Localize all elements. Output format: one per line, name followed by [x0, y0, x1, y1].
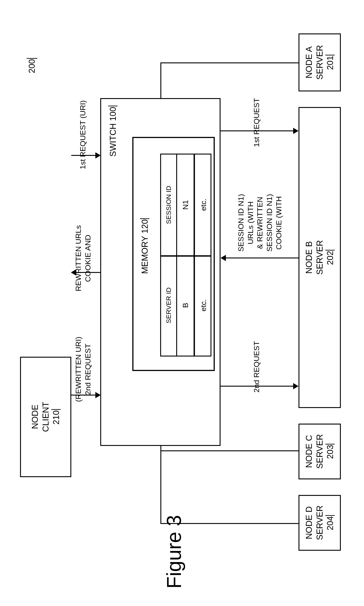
figure-caption: Figure 3 — [163, 515, 186, 589]
server-node-c-box: 203SERVER NODE C — [299, 424, 341, 479]
client-node-box: 210 CLIENT NODE — [20, 357, 71, 477]
server-c-ref: 203 — [325, 444, 335, 459]
server-a-label: 201SERVER NODE A — [304, 45, 336, 80]
switch-title: SWITCH 100 — [108, 106, 118, 158]
cell-server-0: B — [181, 303, 190, 308]
client-ref: 210 — [52, 409, 61, 425]
arrow-r3-head — [293, 383, 299, 389]
arrow-l3-text: 2nd REQUEST (REWRITTEN URI) — [74, 337, 92, 402]
cell-server-1: etc. — [199, 299, 208, 311]
table-data-row-1: etc. etc. — [196, 155, 210, 356]
arrow-l1-label: 1st REQUEST (URI) — [78, 100, 88, 170]
memory-table: SESSION ID SERVER ID N1 B etc. etc. — [160, 154, 211, 357]
cell-session-0: N1 — [181, 200, 190, 210]
memory-ref: 120 — [140, 218, 149, 233]
client-node-label: 210 CLIENT NODE — [30, 402, 62, 432]
arrow-r1-head — [293, 128, 299, 134]
table-data-row-0: N1 B — [177, 155, 195, 356]
arrow-r2-line — [226, 257, 299, 258]
memory-box: MEMORY 120 SESSION ID SERVER ID N1 — [132, 137, 215, 371]
arrow-r2-head — [221, 255, 226, 261]
arrow-l2-label: COOKIE AND REWRITTEN URLs — [74, 225, 92, 292]
server-d-ref: 204 — [325, 515, 335, 530]
server-d-label: 204SERVER NODE D — [304, 505, 336, 540]
switch-label-text: SWITCH — [108, 123, 118, 157]
arrow-l2-text: COOKIE AND REWRITTEN URLs — [74, 225, 92, 291]
arrow-l3-head — [95, 392, 101, 398]
arrow-r2-text: COOKIE (WITH SESSION ID N1) & REWRITTEN … — [236, 194, 284, 252]
arrow-l3-label: 2nd REQUEST (REWRITTEN URI) — [74, 337, 92, 403]
diagram-page: 200 210 CLIENT NODE SWITCH 100 MEMORY 12… — [0, 0, 364, 606]
arrow-r2-label: COOKIE (WITH SESSION ID N1) & REWRITTEN … — [236, 194, 284, 253]
switch-ref: 100 — [108, 106, 118, 121]
switch-box: SWITCH 100 MEMORY 120 SESSION ID SERVER … — [100, 98, 221, 446]
server-b-label: 202SERVER NODE B — [304, 240, 336, 275]
page-ref: 200 — [27, 58, 38, 74]
line-switch-top — [160, 62, 161, 98]
col-server-id: SERVER ID — [164, 287, 173, 323]
server-c-label: 203SERVER NODE C — [304, 434, 336, 469]
arrow-l1-text: 1st REQUEST (URI) — [78, 100, 88, 169]
arrow-r3-label: 2nd REQUEST — [252, 341, 261, 393]
server-node-b-box: 202SERVER NODE B — [299, 107, 341, 408]
client-label-text: CLIENT NODE — [30, 402, 50, 432]
server-a-ref: 201 — [325, 55, 335, 70]
line-to-server-c — [160, 450, 299, 451]
arrow-r3-text: 2nd REQUEST — [252, 341, 261, 393]
figure-caption-text: Figure 3 — [163, 515, 185, 589]
table-header-col: SESSION ID SERVER ID — [161, 155, 177, 356]
server-d-text: SERVER NODE D — [304, 505, 324, 540]
server-c-text: SERVER NODE C — [304, 434, 324, 469]
line-switch-bottom — [160, 446, 161, 524]
page-ref-text: 200 — [27, 58, 38, 73]
arrow-l1-head — [95, 152, 101, 159]
memory-label-text: MEMORY — [140, 236, 149, 274]
server-b-text: SERVER NODE B — [304, 240, 324, 275]
cell-session-1: etc. — [199, 199, 208, 211]
arrow-r1-label: 1st REQUEST — [252, 98, 261, 148]
arrow-r1-text: 1st REQUEST — [252, 98, 261, 147]
server-a-text: SERVER NODE A — [304, 45, 324, 80]
col-session-id: SESSION ID — [164, 186, 173, 224]
server-b-ref: 202 — [325, 250, 335, 265]
server-node-d-box: 204SERVER NODE D — [299, 495, 341, 551]
line-to-server-a — [160, 62, 299, 63]
server-node-a-box: 201SERVER NODE A — [299, 33, 341, 91]
memory-title: MEMORY 120 — [140, 218, 150, 275]
